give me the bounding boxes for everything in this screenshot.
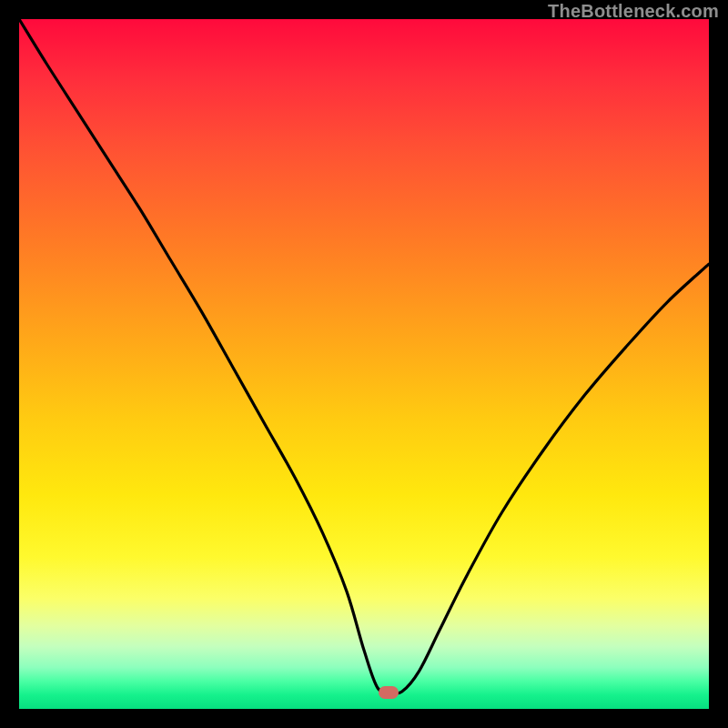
plot-area bbox=[19, 19, 709, 709]
chart-frame: TheBottleneck.com bbox=[0, 0, 728, 728]
optimal-point-marker bbox=[379, 686, 399, 699]
bottleneck-curve bbox=[19, 19, 709, 693]
curve-layer bbox=[19, 19, 709, 709]
